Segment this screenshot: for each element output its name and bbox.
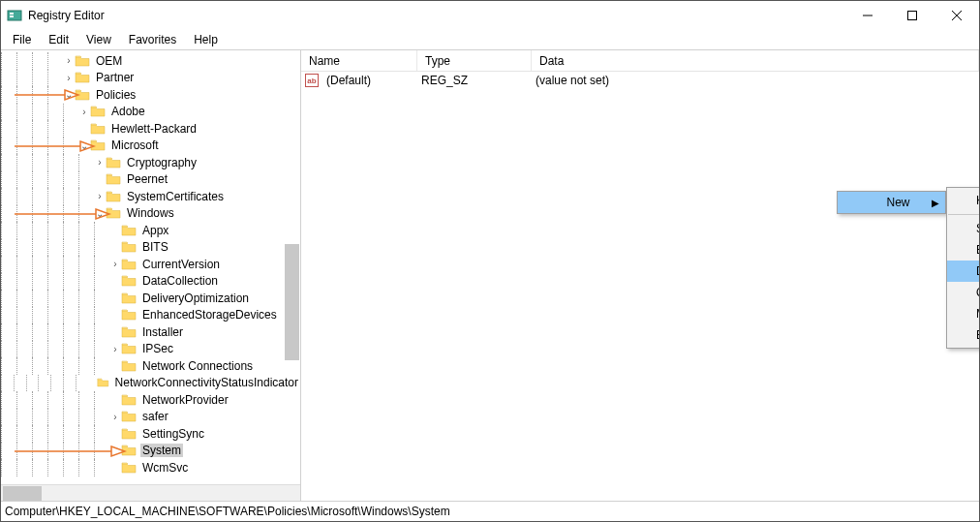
tree-vscroll[interactable] [285, 244, 299, 360]
tree-node[interactable]: ›OEM [1, 52, 300, 70]
tree-label[interactable]: EnhancedStorageDevices [140, 308, 279, 322]
submenu-item[interactable]: QWORD (64-bit) Value [947, 282, 980, 303]
values-list[interactable]: ab(Default)REG_SZ(value not set) [301, 72, 979, 89]
menu-separator [948, 214, 980, 215]
tree-label[interactable]: Partner [94, 71, 136, 84]
expand-icon[interactable]: › [94, 191, 106, 201]
expand-icon[interactable]: › [63, 55, 75, 66]
menu-edit[interactable]: Edit [41, 31, 77, 48]
tree-label[interactable]: SettingSync [140, 427, 206, 441]
tree-node[interactable]: System [1, 443, 300, 460]
value-type: REG_SZ [413, 74, 528, 87]
tree-node[interactable]: ⌄Microsoft [1, 138, 300, 155]
expand-icon[interactable]: › [63, 73, 75, 83]
menu-file[interactable]: File [5, 31, 39, 48]
tree-node[interactable]: WcmSvc [1, 459, 300, 476]
column-header[interactable]: Name Type Data [301, 50, 979, 72]
menu-new-item[interactable]: New ▶ [838, 192, 945, 213]
tree-node[interactable]: Hewlett-Packard [1, 120, 300, 138]
tree-node[interactable]: SettingSync [1, 425, 300, 443]
menu-favorites[interactable]: Favorites [121, 31, 184, 48]
expand-icon[interactable]: › [109, 344, 121, 354]
context-menu-new[interactable]: New ▶ [837, 191, 946, 214]
tree-node[interactable]: ›safer [1, 409, 300, 426]
tree-node[interactable]: DataCollection [1, 273, 300, 291]
tree-node[interactable]: ⌄Policies [1, 86, 300, 104]
statusbar-path: Computer\HKEY_LOCAL_MACHINE\SOFTWARE\Pol… [5, 505, 450, 518]
tree-label[interactable]: System [140, 444, 183, 457]
svg-rect-1 [10, 13, 14, 15]
statusbar: Computer\HKEY_LOCAL_MACHINE\SOFTWARE\Pol… [1, 502, 979, 521]
tree-label[interactable]: Network Connections [140, 359, 255, 373]
minimize-button[interactable] [845, 1, 890, 30]
tree-label[interactable]: Appx [140, 224, 170, 237]
tree-node[interactable]: Network Connections [1, 357, 300, 375]
submenu-item[interactable]: Key [947, 190, 980, 211]
tree-label[interactable]: DeliveryOptimization [140, 292, 251, 305]
tree-label[interactable]: OEM [94, 54, 124, 68]
tree-node[interactable]: ›IPSec [1, 341, 300, 358]
menu-view[interactable]: View [78, 31, 119, 48]
tree-label[interactable]: Windows [125, 206, 176, 220]
values-panel: Name Type Data ab(Default)REG_SZ(value n… [301, 50, 979, 501]
expand-icon[interactable]: › [109, 412, 121, 422]
menubar: File Edit View Favorites Help [1, 30, 979, 49]
tree-node[interactable]: DeliveryOptimization [1, 290, 300, 307]
collapse-icon[interactable]: ⌄ [94, 208, 106, 219]
col-type[interactable]: Type [417, 50, 532, 71]
expand-icon[interactable]: › [109, 259, 121, 269]
tree-label[interactable]: SystemCertificates [125, 190, 226, 203]
close-button[interactable] [934, 1, 979, 30]
menu-help[interactable]: Help [186, 31, 226, 48]
tree-panel: ›OEM›Partner⌄Policies›AdobeHewlett-Packa… [1, 50, 301, 501]
collapse-icon[interactable]: ⌄ [78, 140, 90, 151]
submenu-arrow-icon: ▶ [932, 198, 939, 208]
tree-node[interactable]: ›CurrentVersion [1, 256, 300, 273]
maximize-button[interactable] [890, 1, 934, 30]
expand-icon[interactable]: › [94, 157, 106, 168]
svg-rect-4 [908, 12, 917, 20]
col-data[interactable]: Data [532, 50, 979, 71]
tree-label[interactable]: DataCollection [140, 274, 220, 288]
tree-label[interactable]: Installer [140, 325, 185, 339]
submenu-item[interactable]: Multi-String Value [947, 303, 980, 324]
tree-label[interactable]: Cryptography [125, 156, 199, 169]
tree-node[interactable]: NetworkConnectivityStatusIndicator [1, 375, 300, 392]
tree-node[interactable]: NetworkProvider [1, 391, 300, 409]
tree-label[interactable]: Microsoft [109, 138, 161, 152]
tree-label[interactable]: Hewlett-Packard [109, 122, 199, 136]
tree-label[interactable]: Adobe [109, 105, 147, 118]
tree-node[interactable]: ›Cryptography [1, 154, 300, 171]
context-submenu-new[interactable]: KeyString ValueBinary ValueDWORD (32-bit… [946, 187, 980, 349]
tree-label[interactable]: Policies [94, 88, 138, 102]
tree-label[interactable]: safer [140, 410, 170, 423]
tree-node[interactable]: ›SystemCertificates [1, 188, 300, 205]
tree-hscroll[interactable] [1, 484, 300, 501]
tree-label[interactable]: BITS [140, 240, 170, 254]
app-icon [7, 8, 22, 23]
tree-node[interactable]: BITS [1, 239, 300, 257]
tree-label[interactable]: CurrentVersion [140, 258, 222, 271]
registry-tree[interactable]: ›OEM›Partner⌄Policies›AdobeHewlett-Packa… [1, 50, 300, 476]
expand-icon[interactable]: › [78, 107, 90, 117]
submenu-item[interactable]: Binary Value [947, 239, 980, 261]
tree-label[interactable]: Peernet [125, 172, 169, 186]
tree-node[interactable]: EnhancedStorageDevices [1, 307, 300, 324]
collapse-icon[interactable]: ⌄ [63, 89, 75, 100]
tree-label[interactable]: WcmSvc [140, 461, 190, 475]
tree-label[interactable]: IPSec [140, 342, 175, 355]
col-name[interactable]: Name [301, 50, 417, 71]
tree-label[interactable]: NetworkConnectivityStatusIndicator [113, 376, 300, 389]
svg-rect-2 [10, 15, 14, 17]
submenu-item[interactable]: String Value [947, 218, 980, 239]
value-row[interactable]: ab(Default)REG_SZ(value not set) [301, 72, 979, 89]
tree-node[interactable]: ›Partner [1, 70, 300, 87]
submenu-item[interactable]: DWORD (32-bit) Value [947, 261, 980, 282]
tree-node[interactable]: ⌄Windows [1, 205, 300, 223]
tree-node[interactable]: Peernet [1, 171, 300, 189]
tree-node[interactable]: ›Adobe [1, 104, 300, 121]
submenu-item[interactable]: Expandable String Value [947, 324, 980, 346]
tree-node[interactable]: Appx [1, 222, 300, 239]
tree-node[interactable]: Installer [1, 323, 300, 341]
tree-label[interactable]: NetworkProvider [140, 393, 230, 407]
